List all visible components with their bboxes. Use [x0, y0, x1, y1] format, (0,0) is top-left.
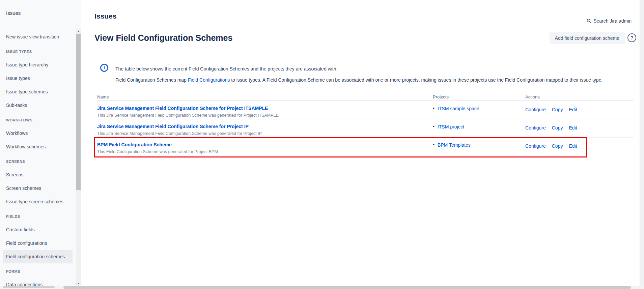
sidebar-title: Issues [6, 10, 81, 16]
configure-link[interactable]: Configure [525, 143, 546, 156]
scheme-table: Name Projects Actions Jira Service Manag… [97, 93, 634, 156]
sidebar-item[interactable]: Workflows [3, 126, 73, 140]
sidebar-item[interactable]: Issue type hierarchy [3, 58, 73, 71]
sidebar-section-label: FIELDS [6, 212, 75, 221]
edit-link[interactable]: Edit [569, 125, 577, 137]
sidebar-section-items: WorkflowsWorkflow schemes [0, 126, 81, 153]
projects-cell: • BPM Templates [433, 138, 525, 156]
sidebar-item[interactable]: Data connections [3, 278, 73, 286]
configure-link[interactable]: Configure [525, 107, 546, 119]
help-icon[interactable]: ? [627, 33, 636, 42]
sidebar-section: ISSUE TYPES Issue type hierarchyIssue ty… [0, 47, 81, 112]
actions-cell: Configure Copy Edit [525, 101, 634, 119]
sidebar-section: FORMS Data connections [0, 267, 81, 286]
field-configurations-link[interactable]: Field Configurations [188, 77, 230, 83]
sidebar-item[interactable]: Sub-tasks [3, 98, 73, 112]
sidebar-section-label: SCREENS [6, 157, 75, 166]
breadcrumb-section-title: Issues [94, 12, 116, 20]
window-vertical-scrollbar[interactable] [640, 0, 644, 286]
scroll-down-icon[interactable]: ▼ [76, 281, 81, 286]
sidebar-horizontal-scrollbar-thumb[interactable] [3, 286, 55, 288]
sidebar-section: WORKFLOWS WorkflowsWorkflow schemes [0, 115, 81, 153]
project-link[interactable]: ITSM project [438, 124, 464, 129]
scheme-description: This Jira Service Management Field Confi… [97, 113, 433, 118]
column-header-actions: Actions [525, 94, 634, 100]
edit-link[interactable]: Edit [569, 143, 577, 156]
main-content: Issues View Field Configuration Schemes … [82, 0, 640, 286]
scheme-table-header: Name Projects Actions [97, 93, 634, 101]
sidebar-section-items: Issue type hierarchyIssue typesIssue typ… [0, 58, 81, 112]
actions-cell: Configure Copy Edit [525, 138, 634, 156]
scheme-name-link[interactable]: Jira Service Management Field Configurat… [97, 124, 249, 129]
info-text-line1: The table below shows the current Field … [115, 66, 337, 71]
sidebar-section: SCREENS ScreensScreen schemesIssue type … [0, 157, 81, 208]
sidebar-sections: ISSUE TYPES Issue type hierarchyIssue ty… [0, 47, 81, 286]
sidebar-item[interactable]: Issue type schemes [3, 85, 73, 98]
sidebar-section-label: WORKFLOWS [6, 115, 75, 124]
sidebar-item-new-issue-view-transition[interactable]: New issue view transition [3, 30, 73, 44]
sidebar-section: FIELDS Custom fieldsField configurations… [0, 212, 81, 263]
sidebar-item[interactable]: Issue types [3, 71, 73, 85]
sidebar-item[interactable]: Workflow schemes [3, 140, 73, 153]
sidebar-section-items: Data connections [0, 278, 81, 286]
bullet-icon: • [433, 124, 435, 129]
sidebar-scrollbar[interactable]: ▲ ▼ [76, 29, 81, 286]
projects-cell: • ITSM sample space [433, 101, 525, 119]
sidebar-section-items: ScreensScreen schemesIssue type screen s… [0, 168, 81, 208]
projects-cell: • ITSM project [433, 119, 525, 137]
sidebar-scrollbar-thumb[interactable] [76, 34, 81, 190]
scheme-description: This Field Configuration Scheme was gene… [97, 149, 433, 154]
name-cell: Jira Service Management Field Configurat… [97, 101, 433, 119]
copy-link[interactable]: Copy [552, 143, 563, 156]
actions-cell: Configure Copy Edit [525, 119, 634, 137]
sidebar-section-label: FORMS [6, 267, 75, 276]
table-row: Jira Service Management Field Configurat… [97, 101, 634, 119]
project-link[interactable]: BPM Templates [438, 142, 471, 148]
sidebar-section-items: Custom fieldsField configurationsField c… [0, 223, 81, 263]
bullet-icon: • [433, 106, 435, 111]
search-label: Search Jira admin [593, 18, 632, 24]
window-horizontal-scrollbar[interactable] [0, 286, 644, 289]
sidebar-item[interactable]: Issue type screen schemes [3, 195, 73, 208]
page-title: View Field Configuration Schemes [94, 33, 232, 43]
bullet-icon: • [433, 142, 435, 147]
info-text-line2: Field Configuration Schemes map Field Co… [115, 77, 603, 83]
edit-link[interactable]: Edit [569, 107, 577, 119]
search-jira-admin-link[interactable]: Search Jira admin [587, 18, 632, 24]
sidebar-item[interactable]: Custom fields [3, 223, 73, 236]
info-line2-pre: Field Configuration Schemes map [115, 77, 188, 83]
admin-sidebar: Issues New issue view transition ISSUE T… [0, 0, 81, 286]
info-icon: i [100, 64, 108, 72]
sidebar-item[interactable]: Field configuration schemes [3, 250, 73, 263]
search-icon [587, 19, 591, 23]
table-row: Jira Service Management Field Configurat… [97, 119, 634, 138]
copy-link[interactable]: Copy [552, 107, 563, 119]
add-field-configuration-scheme-button[interactable]: Add field configuration scheme [550, 32, 625, 44]
name-cell: Jira Service Management Field Configurat… [97, 119, 433, 137]
app: { "sidebar": { "title": "Issues", "top_i… [0, 0, 644, 289]
sidebar-item[interactable]: Screen schemes [3, 181, 73, 195]
column-header-name: Name [97, 94, 433, 100]
main-horizontal-scrollbar-thumb[interactable] [63, 286, 631, 289]
scroll-up-icon[interactable]: ▲ [76, 29, 81, 34]
copy-link[interactable]: Copy [552, 125, 563, 137]
scheme-name-link[interactable]: Jira Service Management Field Configurat… [97, 106, 268, 111]
name-cell: BPM Field Configuration Scheme This Fiel… [97, 138, 433, 156]
scheme-description: This Jira Service Management Field Confi… [97, 131, 433, 136]
table-row: BPM Field Configuration Scheme This Fiel… [97, 138, 634, 156]
project-link[interactable]: ITSM sample space [438, 106, 479, 111]
column-header-projects: Projects [433, 94, 525, 100]
sidebar-item[interactable]: Screens [3, 168, 73, 181]
scheme-table-body: Jira Service Management Field Configurat… [97, 101, 634, 156]
sidebar-item[interactable]: Field configurations [3, 236, 73, 250]
sidebar-section-label: ISSUE TYPES [6, 47, 75, 56]
configure-link[interactable]: Configure [525, 125, 546, 137]
info-line2-post: to issue types. A Field Configuration Sc… [230, 77, 603, 83]
scheme-name-link[interactable]: BPM Field Configuration Scheme [97, 142, 172, 147]
